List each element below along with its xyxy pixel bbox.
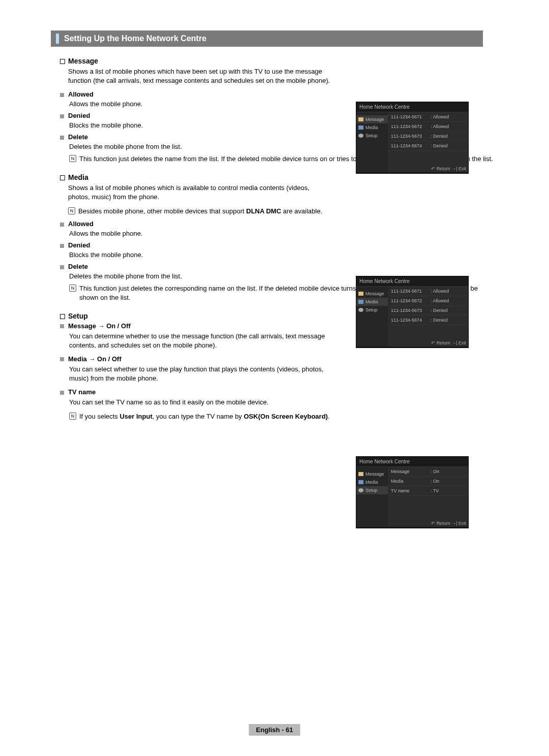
square-bullet-icon xyxy=(60,357,64,361)
square-bullet-icon xyxy=(60,391,64,395)
square-bullet-icon xyxy=(60,136,64,140)
envelope-icon xyxy=(358,472,363,476)
shot-footer: ReturnExit xyxy=(431,521,466,526)
note-icon: N xyxy=(68,207,75,214)
sub-desc: You can select whether to use the play f… xyxy=(69,365,333,383)
sidebar-item-setup[interactable]: Setup xyxy=(356,486,388,494)
sub-label: Media → On / Off xyxy=(68,355,121,363)
heading-text: Message xyxy=(68,57,98,65)
note-post: are available. xyxy=(281,207,322,215)
list-item[interactable]: 111-1234-5672: Allowed xyxy=(388,122,468,132)
shot-sidebar: Message Media Setup xyxy=(356,287,388,346)
status: : Denied xyxy=(431,134,448,139)
phone-num: 111-1234-5674 xyxy=(391,143,431,148)
note-text: Besides mobile phone, other mobile devic… xyxy=(78,207,322,216)
phone-num: 111-1234-5672 xyxy=(391,124,431,129)
gear-icon xyxy=(358,488,363,492)
si-label: Message xyxy=(365,117,384,122)
t: If you selects xyxy=(79,413,119,420)
note-text: If you selects User Input, you can type … xyxy=(79,412,330,421)
checkbox-icon xyxy=(60,175,65,180)
square-bullet-icon xyxy=(60,265,64,269)
envelope-icon xyxy=(358,292,363,296)
setup-row[interactable]: Media: On xyxy=(388,477,468,486)
sub-label: Denied xyxy=(68,241,90,249)
screenshot-message: Home Network Centre Message Media Setup … xyxy=(356,102,469,174)
heading-text: Media xyxy=(68,173,88,181)
square-bullet-icon xyxy=(60,114,64,118)
si-label: Setup xyxy=(365,488,378,493)
note: N If you selects User Input, you can typ… xyxy=(69,412,498,421)
v: : TV xyxy=(431,488,439,493)
sidebar-item-message[interactable]: Message xyxy=(356,290,388,298)
square-bullet-icon xyxy=(60,244,64,248)
list-item[interactable]: 111-1234-5674: Denied xyxy=(388,141,468,151)
shot-list: Message: On Media: On TV name: TV Return… xyxy=(388,467,468,527)
shot-list: 111-1234-5671: Allowed 111-1234-5672: Al… xyxy=(388,287,468,346)
phone-num: 111-1234-5674 xyxy=(391,318,431,323)
shot-sidebar: Message Media Setup xyxy=(356,112,388,172)
setup-row[interactable]: TV name: TV xyxy=(388,486,468,496)
phone-num: 111-1234-5672 xyxy=(391,298,431,303)
phone-num: 111-1234-5671 xyxy=(391,114,431,119)
sidebar-item-setup[interactable]: Setup xyxy=(356,306,388,314)
return-hint: Return xyxy=(431,521,450,526)
note-pre: Besides mobile phone, other mobile devic… xyxy=(78,207,246,215)
sidebar-item-message[interactable]: Message xyxy=(356,115,388,123)
sub-label: Denied xyxy=(68,112,90,119)
sub-desc: Blocks the mobile phone. xyxy=(69,251,498,259)
exit-hint: Exit xyxy=(450,340,466,345)
square-bullet-icon xyxy=(60,223,64,227)
sidebar-item-setup[interactable]: Setup xyxy=(356,132,388,140)
shot-footer: ReturnExit xyxy=(431,340,466,345)
title-marker xyxy=(56,34,59,44)
sidebar-item-media[interactable]: Media xyxy=(356,478,388,486)
sub-tvname: TV name xyxy=(60,388,498,396)
list-item[interactable]: 111-1234-5674: Denied xyxy=(388,316,468,325)
heading-text: Setup xyxy=(68,312,88,320)
exit-hint: Exit xyxy=(450,166,466,171)
sidebar-item-message[interactable]: Message xyxy=(356,470,388,478)
gear-icon xyxy=(358,134,363,138)
gear-icon xyxy=(358,308,363,312)
note: N Besides mobile phone, other mobile dev… xyxy=(68,207,332,216)
square-bullet-icon xyxy=(60,93,64,97)
checkbox-icon xyxy=(60,59,65,64)
status: : Denied xyxy=(431,143,448,148)
sidebar-item-media[interactable]: Media xyxy=(356,298,388,306)
setup-row[interactable]: Message: On xyxy=(388,467,468,477)
sub-media-onoff: Media → On / Off xyxy=(60,355,498,363)
list-item[interactable]: 111-1234-5673: Denied xyxy=(388,306,468,316)
sub-label: Allowed xyxy=(68,90,94,98)
shot-sidebar: Message Media Setup xyxy=(356,467,388,527)
screenshot-media: Home Network Centre Message Media Setup … xyxy=(356,276,469,348)
status: : Allowed xyxy=(431,124,449,129)
t: . xyxy=(328,413,330,420)
sidebar-item-media[interactable]: Media xyxy=(356,123,388,132)
note-strong: DLNA DMC xyxy=(246,207,281,215)
shot-title: Home Network Centre xyxy=(356,102,468,112)
v: : On xyxy=(431,479,439,484)
t: OSK(On Screen Keyboard) xyxy=(243,413,327,420)
t: User Input xyxy=(119,413,152,420)
note-icon: N xyxy=(69,155,76,162)
return-hint: Return xyxy=(431,340,450,345)
square-bullet-icon xyxy=(60,324,64,328)
list-item[interactable]: 111-1234-5671: Allowed xyxy=(388,112,468,122)
list-item[interactable]: 111-1234-5671: Allowed xyxy=(388,287,468,296)
list-item[interactable]: 111-1234-5672: Allowed xyxy=(388,296,468,306)
si-label: Message xyxy=(365,471,384,477)
t: , you can type the TV name by xyxy=(152,413,244,420)
section-heading: Media xyxy=(60,173,498,181)
media-icon xyxy=(358,300,363,304)
screenshot-setup: Home Network Centre Message Media Setup … xyxy=(356,456,469,528)
media-icon xyxy=(358,480,363,484)
shot-list: 111-1234-5671: Allowed 111-1234-5672: Al… xyxy=(388,112,468,172)
sub-denied: Denied xyxy=(60,241,498,249)
section-desc: Shows a list of mobile phones which is a… xyxy=(68,183,332,202)
sub-label: Allowed xyxy=(68,220,94,228)
sub-desc: You can determine whether to use the mes… xyxy=(69,332,333,350)
si-label: Message xyxy=(365,291,384,296)
list-item[interactable]: 111-1234-5673: Denied xyxy=(388,132,468,141)
shot-title: Home Network Centre xyxy=(356,457,468,467)
